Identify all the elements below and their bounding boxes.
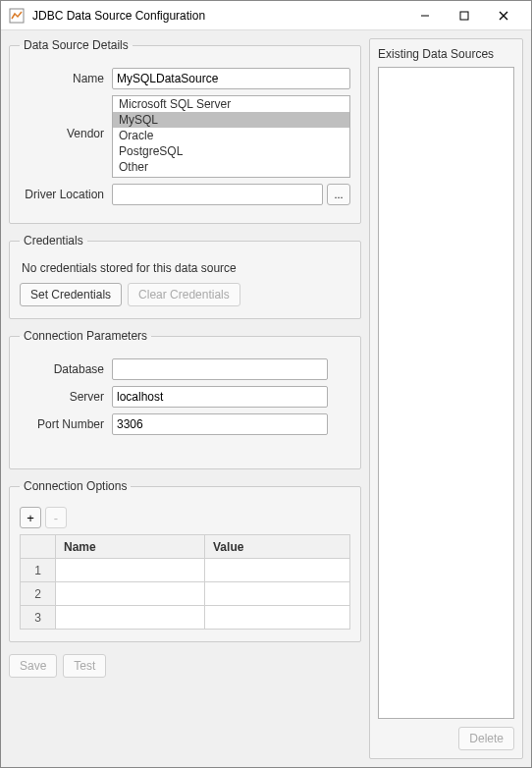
set-credentials-button[interactable]: Set Credentials bbox=[20, 283, 122, 306]
connection-parameters-group: Connection Parameters Database Server Po… bbox=[9, 329, 361, 469]
column-header-name: Name bbox=[56, 535, 205, 559]
vendor-option[interactable]: Other bbox=[113, 159, 349, 175]
vendor-label: Vendor bbox=[20, 127, 104, 140]
cell-name[interactable] bbox=[56, 559, 205, 582]
save-button[interactable]: Save bbox=[9, 654, 57, 678]
table-row[interactable]: 1 bbox=[21, 559, 350, 582]
window-title: JDBC Data Source Configuration bbox=[32, 9, 405, 23]
table-row[interactable]: 3 bbox=[21, 606, 350, 630]
cell-name[interactable] bbox=[56, 606, 205, 630]
options-table: Name Value 1 2 3 bbox=[20, 534, 350, 630]
vendor-option[interactable]: PostgreSQL bbox=[113, 143, 349, 159]
row-number: 2 bbox=[21, 582, 56, 606]
row-number: 3 bbox=[21, 606, 56, 630]
remove-option-button[interactable]: - bbox=[45, 507, 67, 528]
server-input[interactable] bbox=[112, 386, 328, 408]
name-label: Name bbox=[20, 72, 104, 85]
database-input[interactable] bbox=[112, 358, 328, 380]
clear-credentials-button[interactable]: Clear Credentials bbox=[128, 283, 240, 306]
vendor-option[interactable]: Microsoft SQL Server bbox=[113, 96, 349, 112]
table-corner bbox=[21, 535, 56, 559]
browse-button[interactable]: ... bbox=[327, 184, 350, 205]
vendor-list[interactable]: Microsoft SQL Server MySQL Oracle Postgr… bbox=[112, 95, 350, 178]
connection-parameters-legend: Connection Parameters bbox=[20, 329, 151, 343]
vendor-option[interactable]: Oracle bbox=[113, 128, 349, 143]
cell-value[interactable] bbox=[205, 606, 350, 630]
existing-title: Existing Data Sources bbox=[378, 47, 514, 61]
driver-location-input[interactable] bbox=[112, 184, 323, 205]
existing-data-sources-panel: Existing Data Sources Delete bbox=[369, 38, 523, 759]
maximize-button[interactable] bbox=[445, 2, 484, 29]
driver-location-label: Driver Location bbox=[20, 188, 104, 201]
cell-value[interactable] bbox=[205, 559, 350, 582]
credentials-legend: Credentials bbox=[20, 234, 87, 247]
connection-options-group: Connection Options + - Name Value 1 2 bbox=[9, 479, 361, 642]
connection-options-legend: Connection Options bbox=[20, 479, 131, 493]
app-icon bbox=[9, 8, 25, 24]
port-input[interactable] bbox=[112, 413, 328, 435]
cell-value[interactable] bbox=[205, 582, 350, 606]
delete-button[interactable]: Delete bbox=[458, 727, 514, 750]
row-number: 1 bbox=[21, 559, 56, 582]
title-bar: JDBC Data Source Configuration bbox=[1, 1, 531, 30]
credentials-message: No credentials stored for this data sour… bbox=[22, 261, 350, 275]
vendor-option[interactable]: MySQL bbox=[113, 112, 349, 128]
table-row[interactable]: 2 bbox=[21, 582, 350, 606]
port-label: Port Number bbox=[20, 417, 104, 431]
column-header-value: Value bbox=[205, 535, 350, 559]
server-label: Server bbox=[20, 390, 104, 404]
data-source-details-group: Data Source Details Name Vendor Microsof… bbox=[9, 38, 361, 224]
name-input[interactable] bbox=[112, 68, 350, 89]
test-button[interactable]: Test bbox=[63, 654, 106, 678]
database-label: Database bbox=[20, 362, 104, 376]
details-legend: Data Source Details bbox=[20, 38, 133, 52]
svg-rect-2 bbox=[460, 12, 468, 20]
existing-list[interactable] bbox=[378, 67, 514, 719]
add-option-button[interactable]: + bbox=[20, 507, 41, 528]
close-button[interactable] bbox=[484, 2, 523, 29]
credentials-group: Credentials No credentials stored for th… bbox=[9, 234, 361, 319]
minimize-button[interactable] bbox=[405, 2, 445, 29]
cell-name[interactable] bbox=[56, 582, 205, 606]
